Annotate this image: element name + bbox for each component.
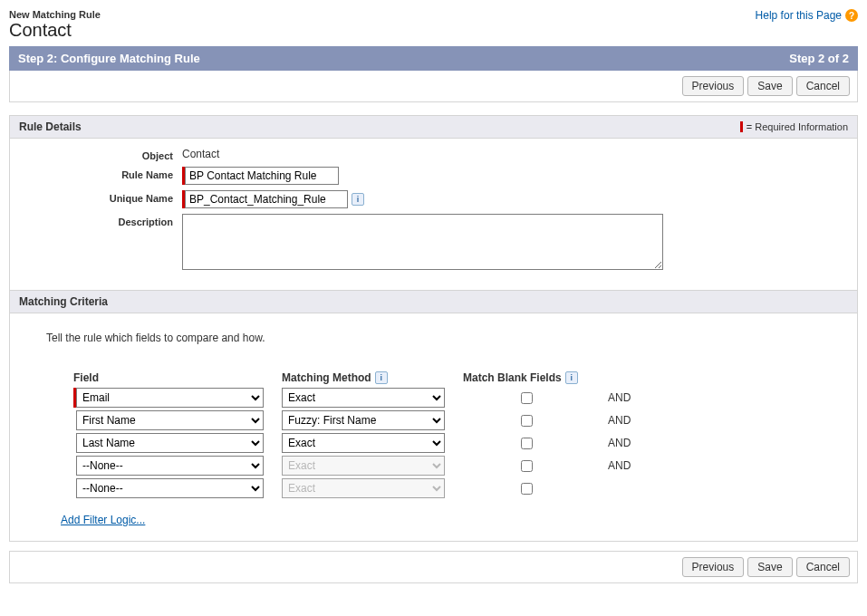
cancel-button[interactable]: Cancel bbox=[796, 76, 850, 96]
rule-name-label: Rule Name bbox=[19, 167, 182, 180]
match-blank-checkbox[interactable] bbox=[521, 483, 533, 495]
criteria-row: EmailExactAND bbox=[73, 388, 848, 408]
and-operator: AND bbox=[608, 437, 644, 449]
object-value: Contact bbox=[182, 148, 219, 160]
matching-criteria-section: Matching Criteria Tell the rule which fi… bbox=[9, 291, 858, 542]
step-bar-title: Step 2: Configure Matching Rule bbox=[18, 52, 200, 65]
previous-button[interactable]: Previous bbox=[682, 557, 745, 577]
button-row-top: Previous Save Cancel bbox=[9, 71, 858, 102]
match-blank-checkbox[interactable] bbox=[521, 460, 533, 472]
page-title: Contact bbox=[9, 20, 101, 41]
button-row-bottom: Previous Save Cancel bbox=[9, 551, 858, 583]
column-header-field: Field bbox=[73, 371, 264, 384]
unique-name-input[interactable] bbox=[185, 190, 348, 208]
required-bar-icon bbox=[740, 121, 743, 132]
matching-method-select[interactable]: Exact bbox=[282, 388, 445, 408]
info-icon[interactable]: i bbox=[352, 193, 364, 206]
field-select[interactable]: Last Name bbox=[76, 433, 264, 453]
field-select[interactable]: --None-- bbox=[76, 456, 264, 476]
description-textarea[interactable] bbox=[182, 214, 663, 270]
info-icon[interactable]: i bbox=[375, 371, 388, 384]
required-info-legend: = Required Information bbox=[740, 121, 848, 132]
and-operator: AND bbox=[608, 414, 644, 427]
column-header-method: Matching Method bbox=[282, 371, 371, 384]
help-link-label: Help for this Page bbox=[756, 9, 842, 22]
rule-name-input[interactable] bbox=[185, 167, 339, 185]
criteria-row: First NameFuzzy: First NameAND bbox=[73, 410, 848, 430]
matching-method-select: Exact bbox=[282, 456, 445, 476]
match-blank-checkbox[interactable] bbox=[521, 392, 533, 404]
save-button[interactable]: Save bbox=[747, 76, 792, 96]
matching-criteria-description: Tell the rule which fields to compare an… bbox=[46, 332, 848, 344]
step-bar: Step 2: Configure Matching Rule Step 2 o… bbox=[9, 46, 858, 71]
previous-button[interactable]: Previous bbox=[682, 76, 745, 96]
field-select[interactable]: First Name bbox=[76, 410, 264, 430]
match-blank-checkbox[interactable] bbox=[521, 415, 533, 427]
match-blank-checkbox[interactable] bbox=[521, 438, 533, 449]
field-select[interactable]: Email bbox=[76, 388, 264, 408]
criteria-row: --None--Exact bbox=[73, 478, 848, 498]
description-label: Description bbox=[19, 214, 182, 227]
step-bar-progress: Step 2 of 2 bbox=[789, 52, 849, 65]
rule-details-header: Rule Details bbox=[19, 120, 82, 133]
page-subtitle: New Matching Rule bbox=[9, 9, 101, 20]
matching-method-select[interactable]: Fuzzy: First Name bbox=[282, 410, 445, 430]
info-icon[interactable]: i bbox=[565, 371, 578, 384]
criteria-row: --None--ExactAND bbox=[73, 456, 848, 476]
column-header-blank: Match Blank Fields bbox=[463, 371, 562, 384]
field-select[interactable]: --None-- bbox=[76, 478, 264, 498]
matching-method-select[interactable]: Exact bbox=[282, 433, 445, 453]
unique-name-label: Unique Name bbox=[19, 190, 182, 204]
and-operator: AND bbox=[608, 459, 644, 472]
matching-method-select: Exact bbox=[282, 478, 445, 498]
add-filter-logic-link[interactable]: Add Filter Logic... bbox=[61, 514, 145, 526]
and-operator: AND bbox=[608, 391, 644, 404]
criteria-row: Last NameExactAND bbox=[73, 433, 848, 453]
matching-criteria-header: Matching Criteria bbox=[19, 295, 108, 308]
cancel-button[interactable]: Cancel bbox=[796, 557, 850, 577]
help-icon: ? bbox=[845, 9, 858, 22]
help-link[interactable]: Help for this Page ? bbox=[756, 9, 858, 22]
object-label: Object bbox=[19, 148, 182, 161]
save-button[interactable]: Save bbox=[747, 557, 792, 577]
rule-details-section: Rule Details = Required Information Obje… bbox=[9, 115, 858, 291]
